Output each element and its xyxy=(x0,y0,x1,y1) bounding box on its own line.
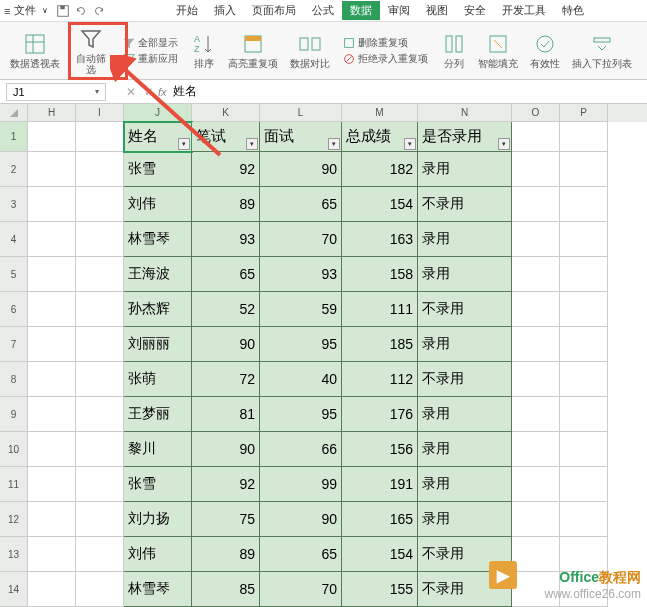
cell[interactable]: 65 xyxy=(192,257,260,292)
cell[interactable] xyxy=(560,152,608,187)
pivot-table-button[interactable]: 数据透视表 xyxy=(4,22,66,79)
cell[interactable] xyxy=(76,537,124,572)
cell[interactable] xyxy=(512,467,560,502)
cell[interactable] xyxy=(560,432,608,467)
split-button[interactable]: 分列 xyxy=(436,22,472,79)
cell[interactable] xyxy=(76,222,124,257)
cell[interactable] xyxy=(76,187,124,222)
cell[interactable] xyxy=(560,467,608,502)
cell[interactable]: 黎川 xyxy=(124,432,192,467)
cell-H1[interactable] xyxy=(28,122,76,152)
cell[interactable] xyxy=(512,397,560,432)
cell[interactable] xyxy=(560,257,608,292)
tab-data[interactable]: 数据 xyxy=(342,1,380,20)
cell[interactable]: 156 xyxy=(342,432,418,467)
col-header-L[interactable]: L xyxy=(260,104,342,122)
cell[interactable] xyxy=(76,432,124,467)
cell[interactable]: 154 xyxy=(342,537,418,572)
cell[interactable]: 112 xyxy=(342,362,418,397)
cell[interactable]: 99 xyxy=(260,467,342,502)
cell[interactable]: 65 xyxy=(260,537,342,572)
row-header[interactable]: 4 xyxy=(0,222,28,257)
tab-devtools[interactable]: 开发工具 xyxy=(494,1,554,20)
cell[interactable]: 刘伟 xyxy=(124,537,192,572)
cell-P1[interactable] xyxy=(560,122,608,152)
cell[interactable]: 孙杰辉 xyxy=(124,292,192,327)
row-header[interactable]: 8 xyxy=(0,362,28,397)
confirm-icon[interactable]: ✓ xyxy=(144,85,154,99)
cell[interactable] xyxy=(76,397,124,432)
cell[interactable] xyxy=(28,537,76,572)
cell[interactable]: 93 xyxy=(192,222,260,257)
cell[interactable]: 刘丽丽 xyxy=(124,327,192,362)
name-box[interactable]: J1 ▾ xyxy=(6,83,106,101)
cell[interactable] xyxy=(560,397,608,432)
cell-L1[interactable]: 面试▾ xyxy=(260,122,342,152)
cell[interactable]: 录用 xyxy=(418,222,512,257)
row-header[interactable]: 2 xyxy=(0,152,28,187)
cell[interactable]: 张萌 xyxy=(124,362,192,397)
cell[interactable]: 录用 xyxy=(418,467,512,502)
cell[interactable]: 70 xyxy=(260,222,342,257)
file-dropdown-icon[interactable]: ∨ xyxy=(42,6,48,15)
tab-home[interactable]: 开始 xyxy=(168,1,206,20)
col-header-J[interactable]: J xyxy=(124,104,192,122)
menu-icon[interactable]: ≡ xyxy=(4,5,10,17)
cell[interactable] xyxy=(512,432,560,467)
cell[interactable] xyxy=(512,292,560,327)
highlight-dup-button[interactable]: 高亮重复项 xyxy=(222,22,284,79)
row-header[interactable]: 13 xyxy=(0,537,28,572)
cell[interactable] xyxy=(512,362,560,397)
cell[interactable] xyxy=(560,292,608,327)
cell[interactable]: 录用 xyxy=(418,397,512,432)
tab-insert[interactable]: 插入 xyxy=(206,1,244,20)
qat-redo-icon[interactable] xyxy=(92,4,106,18)
cell[interactable]: 93 xyxy=(260,257,342,292)
tab-layout[interactable]: 页面布局 xyxy=(244,1,304,20)
cell[interactable]: 刘力扬 xyxy=(124,502,192,537)
cell[interactable]: 录用 xyxy=(418,502,512,537)
cell[interactable] xyxy=(28,187,76,222)
cell[interactable]: 王梦丽 xyxy=(124,397,192,432)
spreadsheet-grid[interactable]: H I J K L M N O P 1 姓名▾ 笔试▾ 面试▾ 总成绩▾ 是否录… xyxy=(0,104,647,607)
cell[interactable]: 75 xyxy=(192,502,260,537)
cell[interactable]: 王海波 xyxy=(124,257,192,292)
cell[interactable] xyxy=(76,327,124,362)
filter-arrow-icon[interactable]: ▾ xyxy=(178,138,190,150)
cell[interactable]: 录用 xyxy=(418,152,512,187)
tab-review[interactable]: 审阅 xyxy=(380,1,418,20)
cell[interactable]: 72 xyxy=(192,362,260,397)
formula-value[interactable]: 姓名 xyxy=(173,83,197,100)
cell-O1[interactable] xyxy=(512,122,560,152)
qat-save-icon[interactable] xyxy=(56,4,70,18)
cell[interactable]: 65 xyxy=(260,187,342,222)
cell[interactable] xyxy=(28,432,76,467)
filter-arrow-icon[interactable]: ▾ xyxy=(328,138,340,150)
cell[interactable]: 林雪琴 xyxy=(124,572,192,607)
cell[interactable]: 163 xyxy=(342,222,418,257)
cell[interactable] xyxy=(76,257,124,292)
cell[interactable]: 40 xyxy=(260,362,342,397)
insert-dropdown-button[interactable]: 插入下拉列表 xyxy=(566,22,638,79)
fx-icon[interactable]: fx xyxy=(158,86,167,98)
cell[interactable] xyxy=(76,572,124,607)
cell[interactable] xyxy=(512,187,560,222)
tab-view[interactable]: 视图 xyxy=(418,1,456,20)
cell[interactable]: 66 xyxy=(260,432,342,467)
cell[interactable] xyxy=(512,257,560,292)
cell[interactable]: 52 xyxy=(192,292,260,327)
row-header[interactable]: 6 xyxy=(0,292,28,327)
cell[interactable] xyxy=(512,222,560,257)
cell[interactable] xyxy=(560,362,608,397)
cell[interactable]: 刘伟 xyxy=(124,187,192,222)
cell[interactable] xyxy=(28,397,76,432)
cell[interactable] xyxy=(560,502,608,537)
cell[interactable]: 182 xyxy=(342,152,418,187)
filter-arrow-icon[interactable]: ▾ xyxy=(498,138,510,150)
cell[interactable]: 89 xyxy=(192,537,260,572)
cell[interactable]: 不录用 xyxy=(418,362,512,397)
cell[interactable]: 95 xyxy=(260,327,342,362)
cell[interactable]: 185 xyxy=(342,327,418,362)
cell[interactable]: 张雪 xyxy=(124,467,192,502)
cell[interactable]: 录用 xyxy=(418,257,512,292)
